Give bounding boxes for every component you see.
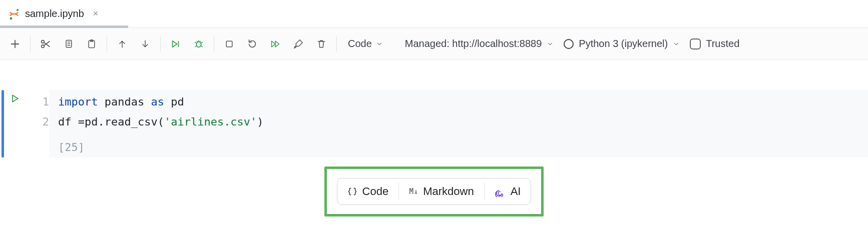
add-markdown-cell-button[interactable]: M↓ Markdown <box>399 178 484 204</box>
ai-spiral-icon <box>495 186 506 197</box>
restart-button[interactable] <box>241 33 263 55</box>
close-icon[interactable]: × <box>93 8 99 19</box>
code-string: 'airlines.csv' <box>164 116 257 128</box>
svg-rect-8 <box>226 41 232 47</box>
add-code-cell-button[interactable]: Code <box>337 178 399 204</box>
cut-button[interactable] <box>35 33 57 55</box>
tab-filename: sample.ipynb <box>25 8 84 20</box>
move-up-button[interactable] <box>111 33 133 55</box>
clipboard-icon <box>87 38 97 50</box>
delete-cell-button[interactable] <box>310 33 332 55</box>
add-ai-label: AI <box>511 185 521 198</box>
trusted-toggle[interactable]: Trusted <box>690 38 748 50</box>
code-cell[interactable]: 1 2 import pandas as pd df =pd.read_csv(… <box>0 90 868 158</box>
trusted-label: Trusted <box>706 38 739 50</box>
svg-point-0 <box>17 8 19 10</box>
restart-icon <box>247 38 258 50</box>
arrow-down-icon <box>140 38 150 50</box>
add-cell-panel-highlight: Code M↓ Markdown AI <box>0 166 868 216</box>
chevron-down-icon <box>547 40 554 48</box>
execution-count: [25] <box>49 138 868 158</box>
toolbar-separator <box>160 36 161 52</box>
braces-icon <box>347 186 357 197</box>
highlight-box: Code M↓ Markdown AI <box>324 166 544 216</box>
toolbar-separator <box>30 36 31 52</box>
play-icon <box>10 93 20 104</box>
kernel-label: Python 3 (ipykernel) <box>579 38 668 50</box>
server-label: Managed: http://localhost:8889 <box>405 38 542 50</box>
run-all-button[interactable] <box>264 33 286 55</box>
cell-run-gutter[interactable] <box>4 90 26 104</box>
plus-icon <box>10 38 21 50</box>
chevron-down-icon <box>673 40 680 48</box>
svg-point-7 <box>196 42 201 47</box>
notebook-body: 1 2 import pandas as pd df =pd.read_csv(… <box>0 60 868 216</box>
add-cell-panel: Code M↓ Markdown AI <box>337 178 532 205</box>
tab-active-indicator <box>0 26 128 28</box>
notebook-toolbar: Code Managed: http://localhost:8889 Pyth… <box>0 28 868 60</box>
arrow-up-icon <box>117 38 127 50</box>
toolbar-separator <box>107 36 107 52</box>
toolbar-separator <box>214 36 214 52</box>
broom-icon <box>293 38 304 50</box>
add-ai-cell-button[interactable]: AI <box>485 178 531 204</box>
code-keyword: import <box>58 96 98 108</box>
line-number: 2 <box>26 112 49 132</box>
code-text: ) <box>257 116 263 128</box>
kernel-status-icon <box>564 39 574 49</box>
checkbox-icon <box>690 38 701 50</box>
toolbar-separator <box>336 36 337 52</box>
clear-outputs-button[interactable] <box>287 33 309 55</box>
paste-button[interactable] <box>81 33 103 55</box>
cell-type-label: Code <box>348 38 372 50</box>
jupyter-server-selector[interactable]: Managed: http://localhost:8889 <box>405 38 554 50</box>
line-number-gutter: 1 2 <box>26 90 49 132</box>
kernel-selector[interactable]: Python 3 (ipykernel) <box>564 38 680 50</box>
code-identifier: pandas <box>105 96 144 108</box>
run-cell-button[interactable] <box>165 33 187 55</box>
notebook-tab[interactable]: sample.ipynb × <box>0 0 106 28</box>
trash-icon <box>316 38 326 50</box>
add-cell-button[interactable] <box>4 33 26 55</box>
cell-type-selector[interactable]: Code <box>341 38 390 50</box>
run-all-icon <box>269 39 281 49</box>
code-identifier: pd <box>171 96 184 108</box>
add-code-label: Code <box>362 185 389 198</box>
jupyter-icon <box>8 8 20 20</box>
stop-icon <box>224 39 234 49</box>
code-editor[interactable]: import pandas as pd df =pd.read_csv('air… <box>49 90 868 138</box>
debug-button[interactable] <box>188 33 210 55</box>
code-keyword: as <box>151 96 164 108</box>
run-cursor-icon <box>170 38 182 50</box>
interrupt-button[interactable] <box>218 33 240 55</box>
add-markdown-label: Markdown <box>423 185 474 198</box>
move-down-button[interactable] <box>134 33 156 55</box>
scissors-icon <box>40 38 51 50</box>
line-number: 1 <box>26 92 49 112</box>
svg-point-1 <box>10 17 13 20</box>
copy-icon <box>64 38 74 50</box>
bug-icon <box>193 38 204 50</box>
editor-tab-bar: sample.ipynb × <box>0 0 868 28</box>
code-text: df =pd.read_csv( <box>58 116 164 128</box>
chevron-down-icon <box>376 40 383 48</box>
markdown-icon: M↓ <box>409 187 418 196</box>
copy-button[interactable] <box>58 33 80 55</box>
